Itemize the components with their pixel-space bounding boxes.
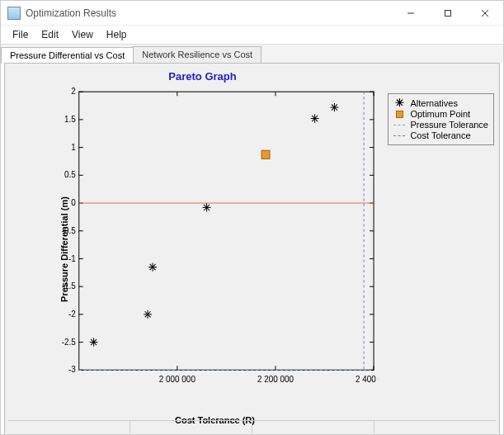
svg-text:2: 2 — [71, 87, 76, 96]
svg-text:0: 0 — [71, 198, 76, 207]
window-controls — [392, 1, 503, 25]
svg-text:2 400 000: 2 400 000 — [356, 375, 379, 384]
status-cell — [374, 421, 496, 435]
menu-help[interactable]: Help — [100, 27, 134, 42]
minimize-button[interactable] — [392, 1, 429, 25]
close-button[interactable] — [466, 1, 503, 25]
legend: ✳Alternatives Optimum Point Pressure Tol… — [388, 93, 494, 145]
tab-pressure-vs-cost[interactable]: Pressure Differential vs Cost — [1, 47, 134, 64]
svg-text:1.5: 1.5 — [64, 115, 76, 124]
legend-label: Alternatives — [410, 98, 457, 108]
svg-text:-3: -3 — [68, 365, 76, 374]
tab-resilience-vs-cost[interactable]: Network Resilience vs Cost — [133, 46, 261, 63]
status-cell — [130, 421, 252, 435]
menubar: File Edit View Help — [1, 26, 503, 44]
legend-cost-tol: Cost Tolerance — [393, 130, 488, 140]
svg-text:-2.5: -2.5 — [62, 337, 76, 346]
chart-title: Pareto Graph — [10, 70, 395, 83]
maximize-button[interactable] — [429, 1, 466, 25]
menu-view[interactable]: View — [65, 27, 100, 42]
legend-alternatives: ✳Alternatives — [393, 98, 488, 108]
menu-file[interactable]: File — [6, 27, 35, 42]
status-cell — [8, 421, 130, 435]
tab-row: Pressure Differential vs Cost Network Re… — [1, 44, 503, 63]
chart-area: Pareto Graph ✳Alternatives Optimum Point… — [10, 69, 494, 430]
svg-rect-74 — [261, 150, 270, 158]
svg-text:-2: -2 — [68, 310, 76, 319]
app-icon — [7, 7, 21, 20]
chart-panel: Pareto Graph ✳Alternatives Optimum Point… — [4, 63, 500, 435]
window-title: Optimization Results — [26, 7, 392, 19]
plot-svg: -3-2.5-2-1.5-1-0.500.511.522 000 0002 20… — [51, 87, 379, 392]
legend-label: Cost Tolerance — [410, 130, 470, 140]
status-bar — [8, 420, 496, 435]
svg-text:2 000 000: 2 000 000 — [159, 375, 195, 384]
svg-rect-4 — [79, 92, 374, 370]
svg-text:2 200 000: 2 200 000 — [257, 375, 294, 384]
svg-text:1: 1 — [71, 143, 76, 152]
status-cell — [252, 421, 374, 435]
menu-edit[interactable]: Edit — [35, 27, 65, 42]
svg-text:-1.5: -1.5 — [62, 281, 76, 291]
legend-label: Optimum Point — [410, 109, 470, 119]
titlebar: Optimization Results — [1, 1, 503, 26]
legend-pressure-tol: Pressure Tolerance — [393, 120, 488, 130]
legend-optimum: Optimum Point — [393, 109, 488, 119]
svg-text:-0.5: -0.5 — [62, 226, 76, 235]
svg-text:-1: -1 — [68, 253, 76, 262]
legend-label: Pressure Tolerance — [410, 120, 488, 130]
plot-area[interactable]: -3-2.5-2-1.5-1-0.500.511.522 000 0002 20… — [51, 87, 379, 392]
svg-rect-1 — [445, 10, 450, 16]
svg-text:0.5: 0.5 — [64, 170, 76, 179]
